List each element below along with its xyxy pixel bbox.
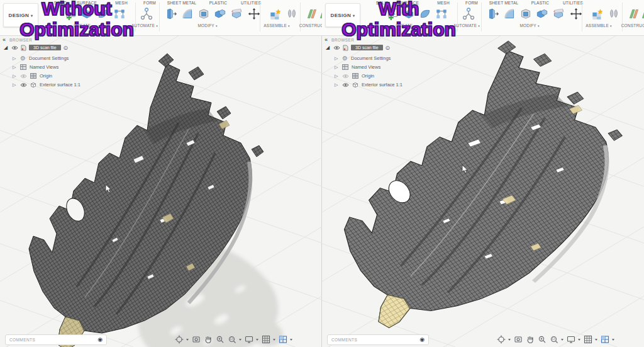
tree-item-exterior-surface[interactable]: ▷ Exterior surface 1:1 [335, 81, 402, 89]
expand-arrow-icon[interactable]: ▷ [335, 82, 339, 88]
viewports-icon[interactable] [278, 335, 287, 344]
joint-icon[interactable] [284, 6, 299, 22]
construct-axis-icon[interactable] [317, 6, 322, 22]
chevron-down-icon[interactable] [239, 339, 242, 341]
tab-solid[interactable]: SOLID [376, 1, 389, 5]
fillet-icon[interactable] [502, 6, 517, 22]
automate-bot-icon[interactable] [461, 6, 476, 22]
display-settings-icon[interactable] [244, 335, 253, 344]
expand-arrow-icon[interactable]: ▷ [13, 82, 17, 88]
modify-menu[interactable]: MODIFY ▾ [519, 23, 539, 28]
expand-arrow-icon[interactable]: ◢ [4, 45, 9, 50]
zoom-window-icon[interactable] [549, 335, 558, 344]
zoom-icon[interactable] [537, 335, 547, 344]
tree-item-exterior-surface[interactable]: ▷ Exterior surface 1:1 [13, 81, 80, 89]
design-workspace-dropdown[interactable]: DESIGN ▾ [3, 3, 38, 27]
document-name-badge[interactable]: 3D scan file [351, 45, 383, 50]
combine-icon[interactable] [213, 6, 228, 22]
fillet-icon[interactable] [180, 6, 195, 22]
expand-arrow-icon[interactable]: ▷ [13, 56, 17, 61]
design-workspace-dropdown[interactable]: DESIGN ▾ [325, 3, 360, 27]
new-component-icon[interactable] [590, 6, 605, 22]
visibility-eye-icon[interactable] [20, 74, 27, 79]
tab-surface[interactable]: SURFACE [399, 1, 419, 5]
grid-settings-icon[interactable] [583, 335, 592, 344]
automate-menu[interactable]: AUTOMATE ▾ [453, 23, 480, 28]
construct-menu[interactable]: CONSTRUCT [299, 23, 322, 28]
chevron-down-icon[interactable] [256, 339, 258, 341]
create-menu[interactable]: CREATE ▾ [396, 23, 416, 28]
new-component-icon[interactable] [268, 6, 283, 22]
collapse-panel-icon[interactable]: « [3, 37, 6, 43]
loft-icon[interactable] [418, 6, 433, 22]
zoom-window-icon[interactable] [227, 335, 236, 344]
move-icon[interactable] [569, 6, 584, 22]
tab-plastic[interactable]: PLASTIC [209, 1, 228, 5]
tree-item-origin[interactable]: ▷ Origin [13, 72, 52, 80]
tab-utilities[interactable]: UTILITIES [241, 1, 261, 5]
visibility-eye-icon[interactable] [342, 74, 349, 79]
press-pull-icon[interactable] [486, 6, 501, 22]
expand-arrow-icon[interactable]: ▷ [13, 74, 17, 79]
tab-sheet-metal[interactable]: SHEET METAL [167, 1, 197, 5]
chevron-down-icon[interactable] [273, 339, 275, 341]
chevron-down-icon[interactable] [290, 339, 292, 341]
tab-form[interactable]: FORM [465, 1, 478, 5]
expand-arrow-icon[interactable]: ▷ [13, 65, 17, 70]
expand-arrow-icon[interactable]: ◢ [326, 45, 331, 50]
orbit-icon[interactable] [496, 335, 506, 344]
comment-bubble-icon[interactable]: ◉ [97, 337, 103, 343]
tree-root-document[interactable]: ◢ 3D scan file ⊙ [326, 43, 390, 52]
tab-mesh[interactable]: MESH [437, 1, 450, 5]
automate-bot-icon[interactable] [139, 6, 154, 22]
assemble-menu[interactable]: ASSEMBLE ▾ [264, 23, 289, 28]
tree-item-document-settings[interactable]: ▷ ⚙ Document Settings [13, 54, 69, 62]
chevron-down-icon[interactable] [561, 339, 564, 341]
modify-menu[interactable]: MODIFY ▾ [197, 23, 217, 28]
pan-hand-icon[interactable] [525, 335, 535, 344]
tree-item-origin[interactable]: ▷ Origin [335, 72, 374, 80]
visibility-eye-icon[interactable] [333, 45, 340, 50]
move-icon[interactable] [247, 6, 262, 22]
comment-bubble-icon[interactable]: ◉ [419, 337, 425, 343]
tab-form[interactable]: FORM [143, 1, 156, 5]
construct-menu[interactable]: CONSTRUCT [621, 23, 644, 28]
chevron-down-icon[interactable] [595, 339, 597, 341]
assemble-menu[interactable]: ASSEMBLE ▾ [586, 23, 611, 28]
tab-utilities[interactable]: UTILITIES [563, 1, 583, 5]
expand-arrow-icon[interactable]: ▷ [335, 65, 339, 70]
create-sketch-icon[interactable] [63, 6, 78, 22]
tree-item-named-views[interactable]: ▷ Named Views [13, 63, 58, 71]
pattern-icon[interactable] [434, 6, 449, 22]
chevron-down-icon[interactable] [508, 339, 511, 341]
combine-icon[interactable] [535, 6, 550, 22]
shell-icon[interactable] [196, 6, 211, 22]
construct-axis-icon[interactable] [639, 6, 644, 22]
viewports-icon[interactable] [600, 335, 609, 344]
collapse-panel-icon[interactable]: « [325, 37, 328, 43]
joint-icon[interactable] [606, 6, 621, 22]
tab-sheet-metal[interactable]: SHEET METAL [489, 1, 519, 5]
tab-plastic[interactable]: PLASTIC [531, 1, 550, 5]
press-pull-icon[interactable] [164, 6, 179, 22]
activate-component-icon[interactable]: ⊙ [386, 45, 391, 51]
visibility-eye-icon[interactable] [20, 82, 27, 88]
comments-bar[interactable]: COMMENTS ◉ [327, 334, 429, 345]
tab-mesh[interactable]: MESH [115, 1, 128, 5]
chevron-down-icon[interactable] [578, 339, 580, 341]
visibility-eye-icon[interactable] [342, 82, 349, 88]
look-at-icon[interactable] [513, 335, 523, 344]
tree-root-document[interactable]: ◢ 3D scan file ⊙ [4, 43, 68, 52]
automate-menu[interactable]: AUTOMATE ▾ [131, 23, 158, 28]
tab-solid[interactable]: SOLID [54, 1, 67, 5]
split-body-icon[interactable] [229, 6, 244, 22]
orbit-icon[interactable] [174, 335, 184, 344]
display-settings-icon[interactable] [566, 335, 575, 344]
split-body-icon[interactable] [551, 6, 566, 22]
pan-hand-icon[interactable] [203, 335, 213, 344]
extrude-icon[interactable] [401, 6, 416, 22]
look-at-icon[interactable] [191, 335, 201, 344]
expand-arrow-icon[interactable]: ▷ [335, 56, 339, 61]
document-name-badge[interactable]: 3D scan file [29, 45, 61, 50]
comments-bar[interactable]: COMMENTS ◉ [5, 334, 107, 345]
